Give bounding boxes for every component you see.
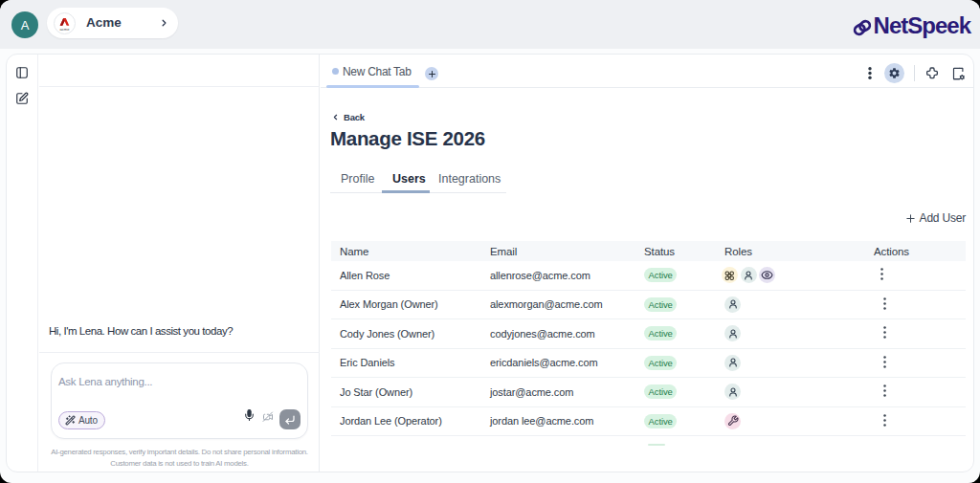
svg-text:acme: acme	[60, 26, 71, 31]
